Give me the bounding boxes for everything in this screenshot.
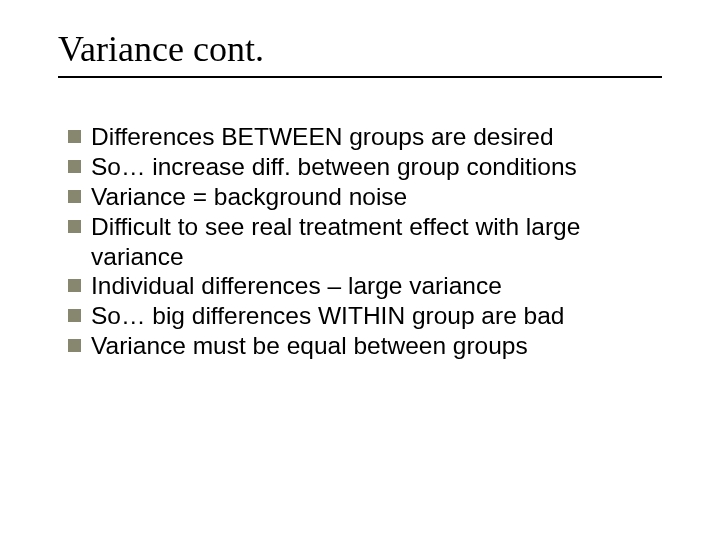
square-bullet-icon bbox=[68, 339, 81, 352]
bullet-text: Variance = background noise bbox=[91, 182, 662, 212]
bullet-text: Variance must be equal between groups bbox=[91, 331, 662, 361]
bullet-text: So… increase diff. between group conditi… bbox=[91, 152, 662, 182]
list-item: So… increase diff. between group conditi… bbox=[68, 152, 662, 182]
list-item: Differences BETWEEN groups are desired bbox=[68, 122, 662, 152]
bullet-text: Differences BETWEEN groups are desired bbox=[91, 122, 662, 152]
list-item: Individual differences – large variance bbox=[68, 271, 662, 301]
square-bullet-icon bbox=[68, 160, 81, 173]
bullet-text: So… big differences WITHIN group are bad bbox=[91, 301, 662, 331]
list-item: Variance = background noise bbox=[68, 182, 662, 212]
square-bullet-icon bbox=[68, 190, 81, 203]
list-item: Variance must be equal between groups bbox=[68, 331, 662, 361]
slide: Variance cont. Differences BETWEEN group… bbox=[0, 0, 720, 540]
square-bullet-icon bbox=[68, 309, 81, 322]
bullet-text: Individual differences – large variance bbox=[91, 271, 662, 301]
title-underline bbox=[58, 76, 662, 78]
list-item: So… big differences WITHIN group are bad bbox=[68, 301, 662, 331]
bullet-text: Difficult to see real treatment effect w… bbox=[91, 212, 662, 272]
list-item: Difficult to see real treatment effect w… bbox=[68, 212, 662, 272]
square-bullet-icon bbox=[68, 130, 81, 143]
bullet-list: Differences BETWEEN groups are desired S… bbox=[58, 122, 662, 361]
slide-title: Variance cont. bbox=[58, 28, 662, 70]
square-bullet-icon bbox=[68, 279, 81, 292]
square-bullet-icon bbox=[68, 220, 81, 233]
